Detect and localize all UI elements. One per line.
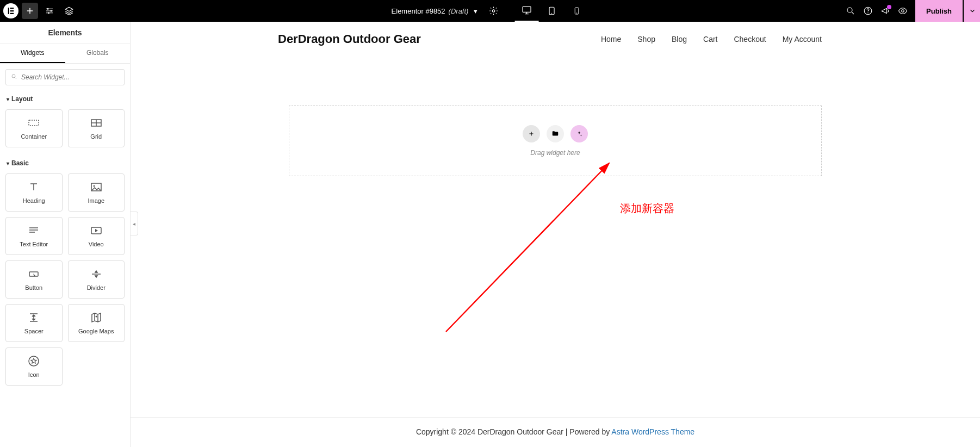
ai-button[interactable] bbox=[570, 125, 588, 142]
panel-tabs: Widgets Globals bbox=[0, 44, 130, 64]
device-tablet[interactable] bbox=[539, 0, 563, 22]
nav-home[interactable]: Home bbox=[601, 35, 621, 44]
site-title[interactable]: DerDragon Outdoor Gear bbox=[278, 32, 421, 46]
widget-label: Container bbox=[21, 133, 47, 140]
tab-globals[interactable]: Globals bbox=[65, 44, 131, 63]
structure-button[interactable] bbox=[61, 3, 77, 19]
device-desktop[interactable] bbox=[514, 0, 538, 22]
widget-label: Spacer bbox=[24, 328, 44, 334]
add-template-button[interactable] bbox=[547, 125, 564, 142]
add-element-button[interactable] bbox=[22, 3, 38, 19]
chevron-down-icon: ▾ bbox=[7, 160, 9, 166]
nav-account[interactable]: My Account bbox=[783, 35, 822, 44]
widget-heading[interactable]: Heading bbox=[5, 173, 63, 212]
drop-zone[interactable]: Drag widget here bbox=[289, 105, 822, 176]
divider-icon bbox=[90, 268, 103, 280]
grid-icon bbox=[90, 117, 103, 129]
search-wrap bbox=[0, 64, 130, 91]
chevron-down-icon: ▾ bbox=[474, 7, 477, 15]
widget-video[interactable]: Video bbox=[68, 217, 125, 255]
section-layout-label: Layout bbox=[11, 95, 33, 103]
document-title[interactable]: Elementor #9852 (Draft) ▾ bbox=[392, 7, 478, 15]
widget-google-maps[interactable]: Google Maps bbox=[68, 304, 125, 342]
footer-theme-link[interactable]: Astra WordPress Theme bbox=[611, 427, 694, 436]
button-icon bbox=[27, 268, 40, 280]
widget-divider[interactable]: Divider bbox=[68, 260, 125, 299]
svg-line-22 bbox=[446, 163, 609, 332]
spacer-icon bbox=[27, 312, 40, 324]
nav-blog[interactable]: Blog bbox=[672, 35, 687, 44]
svg-point-9 bbox=[847, 8, 852, 13]
svg-point-1 bbox=[51, 10, 52, 12]
gear-icon bbox=[488, 6, 498, 16]
topbar-left bbox=[0, 3, 80, 19]
widget-label: Image bbox=[88, 197, 104, 204]
dropzone-hint: Drag widget here bbox=[530, 149, 580, 157]
svg-point-2 bbox=[48, 12, 49, 14]
page-settings-button[interactable] bbox=[485, 3, 501, 19]
search-icon bbox=[846, 6, 855, 16]
video-icon bbox=[90, 225, 103, 237]
nav-checkout[interactable]: Checkout bbox=[734, 35, 766, 44]
sparkle-icon bbox=[575, 130, 583, 138]
heading-icon bbox=[27, 181, 40, 193]
section-layout[interactable]: ▾ Layout bbox=[0, 91, 130, 107]
help-icon bbox=[863, 6, 873, 16]
section-basic-label: Basic bbox=[11, 159, 29, 167]
mobile-icon bbox=[572, 7, 581, 15]
image-icon bbox=[90, 181, 103, 193]
widget-grid[interactable]: Grid bbox=[68, 109, 125, 147]
add-container-button[interactable] bbox=[523, 125, 540, 142]
folder-icon bbox=[551, 130, 559, 138]
main-area: Elements Widgets Globals ▾ Layout Contai… bbox=[0, 22, 980, 447]
preview-button[interactable] bbox=[895, 3, 911, 19]
widget-container[interactable]: Container bbox=[5, 109, 63, 147]
help-button[interactable] bbox=[860, 3, 876, 19]
dropzone-buttons bbox=[523, 125, 588, 142]
document-status: (Draft) bbox=[449, 7, 469, 15]
device-mobile[interactable] bbox=[565, 0, 588, 22]
map-icon bbox=[90, 312, 103, 324]
widget-text-editor[interactable]: Text Editor bbox=[5, 217, 63, 255]
svg-point-6 bbox=[551, 13, 553, 14]
tablet-icon bbox=[547, 6, 556, 16]
widget-label: Heading bbox=[23, 197, 45, 204]
widget-label: Icon bbox=[28, 371, 40, 378]
finder-button[interactable] bbox=[842, 3, 859, 19]
nav-shop[interactable]: Shop bbox=[637, 35, 655, 44]
footer-copyright: Copyright © 2024 DerDragon Outdoor Gear … bbox=[416, 427, 611, 436]
nav-cart[interactable]: Cart bbox=[703, 35, 717, 44]
document-name: Elementor #9852 bbox=[392, 7, 445, 15]
widget-spacer[interactable]: Spacer bbox=[5, 304, 63, 342]
svg-point-3 bbox=[492, 10, 495, 13]
svg-rect-14 bbox=[29, 120, 39, 126]
publish-button[interactable]: Publish bbox=[915, 0, 963, 22]
publish-label: Publish bbox=[926, 7, 952, 15]
site-header: DerDragon Outdoor Gear Home Shop Blog Ca… bbox=[256, 22, 854, 57]
site-settings-button[interactable] bbox=[41, 3, 58, 19]
chevron-down-icon: ▾ bbox=[7, 96, 9, 102]
responsive-devices bbox=[514, 0, 588, 22]
tab-widgets[interactable]: Widgets bbox=[0, 44, 65, 63]
svg-point-11 bbox=[867, 13, 869, 14]
svg-point-17 bbox=[93, 185, 95, 187]
notifications-button[interactable] bbox=[877, 3, 894, 19]
widget-button[interactable]: Button bbox=[5, 260, 63, 299]
publish-dropdown[interactable] bbox=[964, 0, 980, 22]
editor-canvas: DerDragon Outdoor Gear Home Shop Blog Ca… bbox=[131, 22, 980, 447]
section-basic[interactable]: ▾ Basic bbox=[0, 155, 130, 171]
widget-label: Button bbox=[25, 284, 42, 291]
svg-point-8 bbox=[576, 13, 577, 13]
search-input[interactable] bbox=[5, 69, 125, 85]
widget-icon[interactable]: Icon bbox=[5, 347, 63, 386]
elementor-logo[interactable] bbox=[3, 3, 18, 18]
eye-icon bbox=[898, 6, 908, 16]
sliders-icon bbox=[45, 6, 54, 16]
widget-image[interactable]: Image bbox=[68, 173, 125, 212]
desktop-icon bbox=[521, 5, 532, 16]
search-icon bbox=[11, 73, 17, 82]
topbar: Elementor #9852 (Draft) ▾ bbox=[0, 0, 980, 22]
plus-icon bbox=[528, 130, 535, 138]
svg-point-13 bbox=[12, 74, 15, 78]
svg-point-0 bbox=[47, 8, 49, 10]
